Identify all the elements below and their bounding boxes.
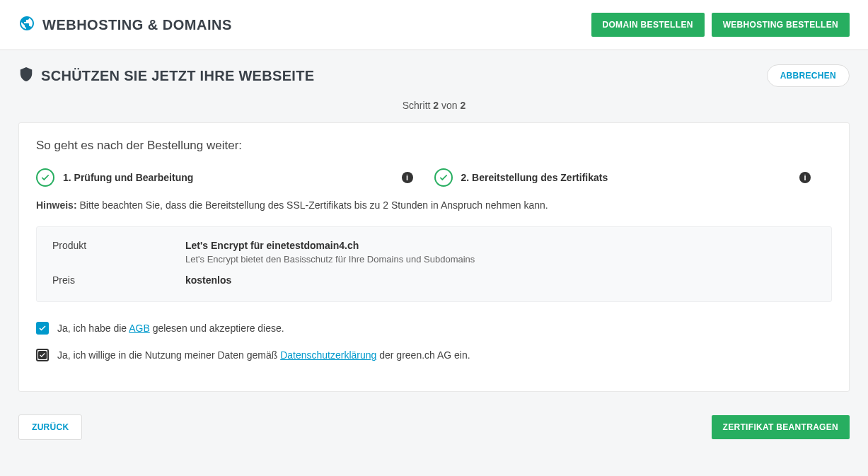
step-item-left-2: 2. Bereitstellung des Zertifikats [434,168,608,187]
privacy-label: Ja, ich willige in die Nutzung meiner Da… [57,349,470,361]
step-indicator: Schritt 2 von 2 [18,100,850,111]
agb-checkbox[interactable] [36,322,49,335]
top-bar-left: WEBHOSTING & DOMAINS [18,15,232,35]
step-prefix: Schritt [403,100,434,111]
privacy-prefix: Ja, ich willige in die Nutzung meiner Da… [57,349,280,361]
product-label: Produkt [52,240,185,251]
globe-icon [18,15,35,35]
card-heading: So geht es nach der Bestellung weiter: [36,139,832,153]
privacy-suffix: der green.ch AG ein. [376,349,470,361]
step-label-2: 2. Bereitstellung des Zertifikats [461,172,608,183]
step-item-1: 1. Prüfung und Bearbeitung i [36,168,434,187]
page-header: SCHÜTZEN SIE JETZT IHRE WEBSEITE ABBRECH… [18,64,850,87]
order-domain-button[interactable]: DOMAIN BESTELLEN [591,13,705,37]
info-icon[interactable]: i [402,172,413,183]
hint-row: Hinweis: Bitte beachten Sie, dass die Be… [36,199,832,211]
privacy-link[interactable]: Datenschutzerklärung [280,349,376,361]
check-circle-icon [36,168,54,187]
step-item-2: 2. Bereitstellung des Zertifikats i [434,168,833,187]
shield-icon [18,66,34,85]
order-hosting-button[interactable]: WEBHOSTING BESTELLEN [712,13,850,37]
step-item-left-1: 1. Prüfung und Bearbeitung [36,168,193,187]
product-info-box: Produkt Let's Encrypt für einetestdomain… [36,226,832,302]
top-bar: WEBHOSTING & DOMAINS DOMAIN BESTELLEN WE… [0,0,868,50]
top-bar-buttons: DOMAIN BESTELLEN WEBHOSTING BESTELLEN [591,13,850,37]
steps-row: 1. Prüfung und Bearbeitung i 2. Bereitst… [36,168,832,187]
page-header-left: SCHÜTZEN SIE JETZT IHRE WEBSEITE [18,66,314,85]
check-circle-icon [434,168,453,187]
step-label-1: 1. Prüfung und Bearbeitung [63,172,193,183]
page-title: SCHÜTZEN SIE JETZT IHRE WEBSEITE [41,68,314,84]
product-row: Produkt Let's Encrypt für einetestdomain… [52,240,816,251]
step-total: 2 [460,100,465,111]
hint-label: Hinweis: [36,199,77,211]
agb-suffix: gelesen und akzeptiere diese. [150,323,284,334]
price-value: kostenlos [185,274,231,286]
agb-checkbox-row: Ja, ich habe die AGB gelesen und akzepti… [36,322,832,335]
content-area: SCHÜTZEN SIE JETZT IHRE WEBSEITE ABBRECH… [0,50,868,454]
agb-prefix: Ja, ich habe die [57,323,129,334]
product-desc: Let's Encrypt bietet den Basisschutz für… [185,254,816,265]
top-bar-title: WEBHOSTING & DOMAINS [42,17,232,33]
privacy-checkbox-row: Ja, ich willige in die Nutzung meiner Da… [36,349,832,361]
agb-link[interactable]: AGB [129,323,150,334]
info-icon[interactable]: i [799,172,811,183]
order-card: So geht es nach der Bestellung weiter: 1… [18,122,850,392]
privacy-checkbox[interactable] [36,349,49,361]
step-middle: von [439,100,460,111]
hint-text: Bitte beachten Sie, dass die Bereitstell… [77,199,548,211]
back-button[interactable]: ZURÜCK [18,414,82,440]
footer-buttons: ZURÜCK ZERTIFIKAT BEANTRAGEN [18,414,850,440]
step-current: 2 [433,100,439,111]
cancel-button[interactable]: ABBRECHEN [767,64,850,87]
price-row: Preis kostenlos [52,274,816,286]
submit-button[interactable]: ZERTIFIKAT BEANTRAGEN [712,415,850,439]
price-label: Preis [52,274,185,286]
agb-label: Ja, ich habe die AGB gelesen und akzepti… [57,323,284,334]
product-value: Let's Encrypt für einetestdomain4.ch [185,240,359,251]
